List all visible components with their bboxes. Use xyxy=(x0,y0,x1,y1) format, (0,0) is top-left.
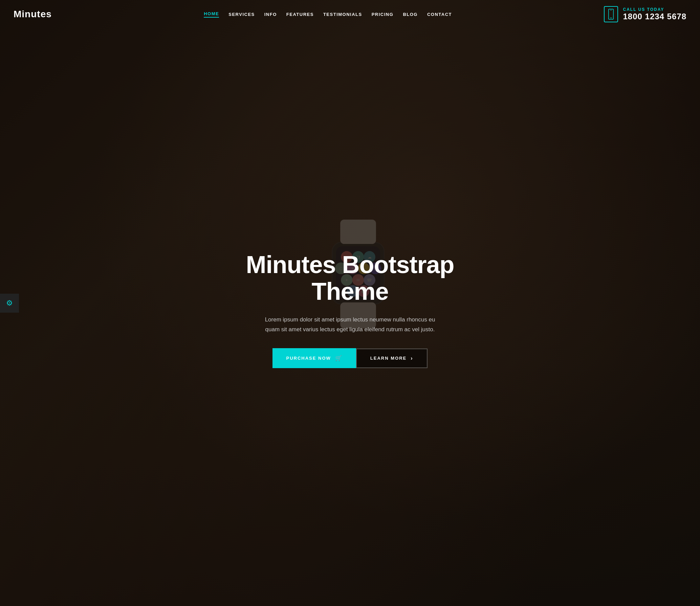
hero-buttons: PURCHASE NOW 🛒 LEARN MORE › xyxy=(221,348,479,368)
site-logo[interactable]: Minutes xyxy=(14,9,52,20)
hero-section: ♪ 73 ☁ ⬡ ♥ ✦ ⊕ ✦ ✉ ☎ ☁ ⬤ Minute xyxy=(0,0,700,606)
gear-icon: ⚙ xyxy=(6,299,13,308)
phone-icon xyxy=(604,6,618,22)
chevron-right-icon: › xyxy=(411,355,413,361)
contact-info: CALL US TODAY 1800 1234 5678 xyxy=(623,7,686,21)
hero-title: Minutes Bootstrap Theme xyxy=(221,251,479,305)
svg-rect-2 xyxy=(610,10,612,10)
cart-icon: 🛒 xyxy=(335,355,343,361)
nav-item-contact[interactable]: CONTACT xyxy=(427,12,452,17)
site-header: Minutes HOME SERVICES INFO FEATURES TEST… xyxy=(0,0,700,28)
learn-label: LEARN MORE xyxy=(370,356,407,361)
nav-item-blog[interactable]: BLOG xyxy=(403,12,418,17)
nav-item-pricing[interactable]: PRICING xyxy=(372,12,394,17)
hero-content: Minutes Bootstrap Theme Lorem ipsum dolo… xyxy=(215,251,485,368)
hero-description: Lorem ipsum dolor sit amet ipsum lectus … xyxy=(262,315,438,335)
nav-item-info[interactable]: INFO xyxy=(264,12,277,17)
purchase-now-button[interactable]: PURCHASE NOW 🛒 xyxy=(272,348,356,368)
settings-button[interactable]: ⚙ xyxy=(0,294,19,313)
phone-number[interactable]: 1800 1234 5678 xyxy=(623,12,686,21)
header-contact: CALL US TODAY 1800 1234 5678 xyxy=(604,6,686,22)
main-nav: HOME SERVICES INFO FEATURES TESTIMONIALS… xyxy=(204,11,452,18)
call-us-label: CALL US TODAY xyxy=(623,7,686,12)
nav-item-services[interactable]: SERVICES xyxy=(228,12,255,17)
nav-item-features[interactable]: FEATURES xyxy=(286,12,314,17)
nav-item-testimonials[interactable]: TESTIMONIALS xyxy=(323,12,362,17)
purchase-label: PURCHASE NOW xyxy=(286,356,331,361)
svg-rect-1 xyxy=(610,18,612,18)
nav-item-home[interactable]: HOME xyxy=(204,11,219,18)
learn-more-button[interactable]: LEARN MORE › xyxy=(356,349,428,368)
